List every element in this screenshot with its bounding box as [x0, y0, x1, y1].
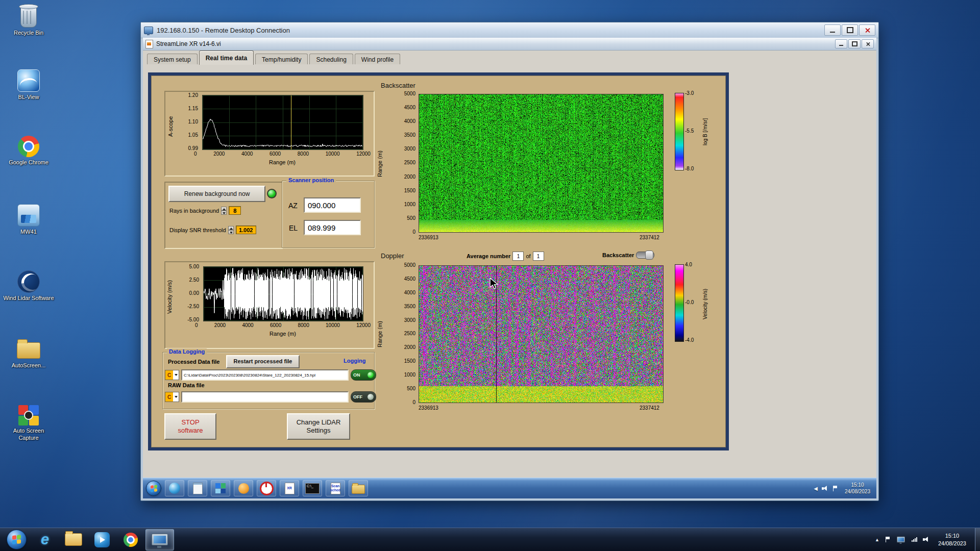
app-minimize-button[interactable] [835, 39, 847, 48]
renew-background-button[interactable]: Renew background now [168, 186, 265, 202]
rdp-titlebar[interactable]: 192.168.0.150 - Remote Desktop Connectio… [141, 22, 878, 38]
stop-software-button[interactable]: STOP software [164, 413, 216, 440]
rdp-tray-icon[interactable] [897, 537, 905, 543]
network-icon[interactable] [912, 537, 917, 542]
recycle-bin-icon [20, 4, 37, 28]
rdp-close-button[interactable] [859, 24, 875, 36]
tab-wind-profile[interactable]: Wind profile [355, 54, 400, 65]
show-hidden-icons-arrow[interactable]: ▲ [875, 537, 879, 542]
of-label: of [526, 253, 530, 259]
taskbar-chrome[interactable] [117, 530, 144, 550]
volume-icon[interactable] [923, 537, 929, 542]
action-center-flag-icon[interactable] [885, 537, 890, 542]
restart-processed-file-button[interactable]: Restart processed file [226, 355, 300, 368]
rdp-maximize-button[interactable] [842, 24, 858, 36]
terminal-icon: C:\_ [305, 483, 320, 494]
hidden-icons-arrow[interactable]: ◀ [814, 486, 818, 491]
processed-path-field[interactable]: C:\Lidar\Data\Proc\2023\202308\20230824\… [181, 369, 349, 381]
velocity-x-ticks: 020004000600080001000012000 [195, 323, 371, 328]
tick-label: 1500 [404, 188, 415, 193]
desktop-icon-bl-view[interactable]: BL-View [1, 68, 56, 101]
snr-value-field[interactable]: 1.002 [236, 226, 256, 234]
tick-label: -0.0 [685, 300, 694, 305]
remote-taskbar-terminal[interactable]: C:\_ [303, 480, 322, 496]
a-scope-plot [202, 95, 363, 150]
remote-taskbar-paint[interactable] [234, 480, 253, 496]
app-titlebar[interactable]: StreamLine XR v14-6.vi [143, 38, 876, 51]
volume-icon[interactable] [822, 486, 828, 491]
desktop-icon-auto-screen-capture[interactable]: Auto Screen Capture [1, 402, 56, 442]
tick-label: 0 [195, 323, 198, 328]
remote-taskbar-xr-app[interactable]: XR [280, 480, 299, 496]
a-scope-x-axis-label: Range (m) [202, 159, 362, 165]
tick-label: 10000 [326, 323, 340, 328]
desktop-icon-google-chrome[interactable]: Google Chrome [1, 134, 56, 166]
taskbar-internet-explorer[interactable]: e [31, 530, 59, 550]
desktop-icon-autoscreen-folder[interactable]: AutoScreen... [1, 337, 56, 369]
az-value-field[interactable]: 090.000 [304, 197, 361, 213]
rdp-window: 192.168.0.150 - Remote Desktop Connectio… [140, 22, 879, 501]
raw-path-field[interactable] [181, 391, 349, 403]
remote-taskbar-folder[interactable] [349, 480, 368, 496]
system-tray: ▲ 15:10 24/08/2023 [875, 528, 980, 551]
tick-label: 0 [412, 230, 415, 235]
host-taskbar: e ▲ 15:10 24/08/2023 [0, 528, 980, 551]
taskbar-remote-desktop[interactable] [145, 529, 174, 550]
processed-logging-toggle[interactable]: ON [351, 369, 376, 381]
change-lidar-settings-button[interactable]: Change LiDAR Settings [287, 413, 350, 440]
start-button[interactable] [3, 530, 30, 550]
background-controls-frame: Renew background now Rays in background … [164, 182, 283, 249]
notepad-icon [193, 483, 203, 494]
app-client-area: A-scope 1.201.151.101.050.99 02000400060… [143, 64, 876, 478]
remote-taskbar-remote-tiles[interactable] [211, 480, 230, 496]
remote-taskbar-network-globe[interactable] [165, 480, 184, 496]
tab-system-setup[interactable]: System setup [147, 54, 198, 65]
remote-taskbar-notepad[interactable] [188, 480, 207, 496]
backscatter-colorbar-ticks: -3.0-5.5-8.0 [685, 91, 699, 171]
tab-temp-humidity[interactable]: Temp/humidity [255, 54, 308, 65]
tab-real-time-data[interactable]: Real time data [199, 51, 254, 65]
app-restore-button[interactable] [848, 39, 861, 48]
backscatter-heatmap [419, 94, 664, 233]
desktop-icon-mw41[interactable]: MW41 [1, 203, 56, 236]
remote-clock[interactable]: 15:10 24/08/2023 [842, 482, 873, 495]
desktop-icon-label: Google Chrome [9, 159, 48, 166]
tick-label: 3500 [404, 304, 415, 309]
processed-drive-select[interactable]: C [165, 370, 179, 380]
desktop-icon-recycle-bin[interactable]: Recycle Bin [1, 4, 56, 37]
taskbar-windows-explorer[interactable] [60, 530, 87, 550]
doppler-section-label: Doppler [381, 252, 404, 260]
tick-label: 5000 [404, 263, 415, 268]
raw-logging-toggle[interactable]: OFF [351, 391, 376, 403]
show-desktop-button[interactable] [975, 528, 980, 551]
toggle-off-label: OFF [353, 394, 362, 399]
average-number-field[interactable]: 1 [512, 252, 524, 261]
action-center-flag-icon[interactable] [832, 486, 838, 491]
raw-drive-select[interactable]: C [165, 392, 179, 402]
tab-scheduling[interactable]: Scheduling [309, 54, 353, 65]
data-logging-group: Data Logging Processed Data file Restart… [162, 352, 375, 409]
desktop-icon-label: Auto Screen Capture [3, 428, 54, 442]
snr-threshold-label: Display SNR threshold [169, 227, 226, 233]
desktop-icon-wind-lidar[interactable]: Wind Lidar Software [1, 269, 56, 302]
taskbar-date: 24/08/2023 [938, 540, 966, 547]
remote-taskbar-power[interactable] [257, 480, 276, 496]
average-total-field[interactable]: 1 [533, 252, 544, 261]
tick-label: 3500 [404, 133, 415, 138]
remote-start-button[interactable] [146, 481, 161, 496]
snr-spinner[interactable] [228, 226, 234, 234]
app-window-title: StreamLine XR v14-6.vi [156, 40, 221, 47]
desktop-icon-label: Wind Lidar Software [3, 295, 54, 302]
rdp-minimize-button[interactable] [824, 24, 841, 36]
app-close-button[interactable] [862, 39, 874, 48]
backscatter-doppler-slider[interactable] [636, 252, 654, 259]
rays-spinner[interactable] [221, 207, 227, 215]
tab-bar: System setup Real time data Temp/humidit… [143, 51, 876, 65]
remote-taskbar-scan-scheduler[interactable]: Scan sched [326, 480, 345, 496]
taskbar-clock[interactable]: 15:10 24/08/2023 [935, 532, 969, 547]
backscatter-x-end: 2337412 [640, 235, 659, 240]
taskbar-media-player[interactable] [88, 530, 116, 550]
rays-value-field[interactable]: 8 [229, 206, 241, 215]
front-panel: A-scope 1.201.151.101.050.99 02000400060… [148, 72, 729, 450]
el-value-field[interactable]: 089.999 [304, 220, 361, 235]
